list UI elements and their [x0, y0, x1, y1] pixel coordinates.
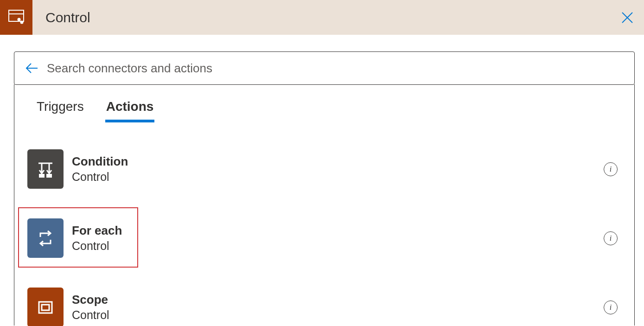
svg-rect-12: [39, 302, 52, 313]
action-text: Condition Control: [72, 154, 128, 184]
header-title: Control: [45, 10, 616, 26]
action-subtitle: Control: [72, 170, 128, 184]
action-title: Condition: [72, 154, 128, 169]
action-scope[interactable]: Scope Control i: [14, 282, 634, 326]
svg-rect-10: [39, 174, 45, 178]
search-input[interactable]: [47, 61, 629, 76]
svg-point-3: [20, 20, 24, 24]
svg-rect-11: [46, 174, 52, 178]
panel: Triggers Actions Conditio: [14, 84, 635, 326]
tab-strip: Triggers Actions: [14, 99, 634, 121]
info-button[interactable]: i: [604, 231, 618, 245]
action-list: Condition Control i For each: [14, 144, 634, 326]
action-title: Scope: [72, 293, 109, 307]
scope-icon: [27, 288, 64, 326]
back-arrow-icon: [25, 61, 39, 76]
foreach-icon: [27, 218, 64, 258]
action-for-each[interactable]: For each Control i: [14, 213, 634, 263]
action-subtitle: Control: [72, 308, 109, 322]
svg-point-2: [18, 18, 21, 21]
action-condition[interactable]: Condition Control i: [14, 144, 634, 194]
content-area: Triggers Actions Conditio: [0, 35, 644, 326]
tab-actions[interactable]: Actions: [106, 99, 154, 121]
condition-icon: [27, 149, 64, 189]
action-text: For each Control: [72, 224, 122, 253]
close-button[interactable]: [616, 6, 638, 29]
header-bar: Control: [0, 0, 644, 35]
tab-triggers[interactable]: Triggers: [37, 99, 84, 121]
svg-rect-0: [9, 10, 24, 21]
action-subtitle: Control: [72, 239, 122, 253]
close-icon: [620, 11, 634, 25]
search-row: [14, 51, 635, 85]
action-title: For each: [72, 224, 122, 238]
back-button[interactable]: [24, 60, 40, 77]
svg-rect-13: [42, 305, 49, 310]
info-button[interactable]: i: [604, 300, 618, 314]
action-text: Scope Control: [72, 293, 109, 322]
control-connector-icon: [0, 0, 32, 35]
info-button[interactable]: i: [604, 162, 618, 176]
